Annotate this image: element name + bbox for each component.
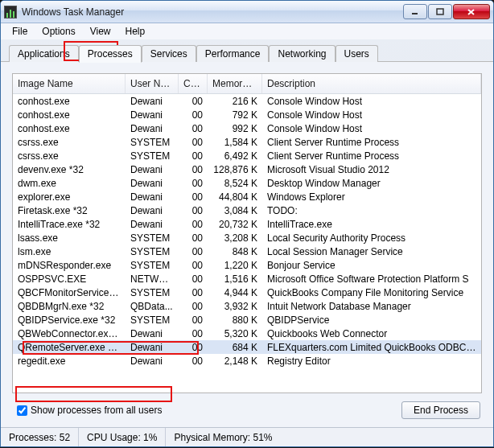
- cell-user: SYSTEM: [126, 136, 179, 149]
- col-user-name[interactable]: User Name: [126, 74, 179, 93]
- cell-mem: 44,804 K: [208, 191, 262, 203]
- table-row[interactable]: csrss.exeSYSTEM001,584 KClient Server Ru…: [13, 135, 481, 149]
- table-row[interactable]: regedit.exeDewani002,148 KRegistry Edito…: [13, 354, 481, 368]
- cell-image: QBIDPService.exe *32: [13, 314, 126, 327]
- close-button[interactable]: [453, 4, 490, 19]
- cell-desc: QBIDPService: [262, 314, 481, 327]
- col-description[interactable]: Description: [262, 74, 481, 93]
- tab-services[interactable]: Services: [142, 45, 196, 62]
- cell-user: Dewani: [126, 109, 179, 121]
- table-row[interactable]: QBIDPService.exe *32SYSTEM00880 KQBIDPSe…: [13, 313, 481, 327]
- cell-mem: 6,492 K: [208, 150, 262, 162]
- table-row[interactable]: IntelliTrace.exe *32Dewani0020,732 KInte…: [13, 217, 481, 231]
- col-cpu[interactable]: CPU: [179, 74, 208, 93]
- cell-mem: 216 K: [208, 95, 262, 108]
- cell-user: SYSTEM: [126, 245, 179, 258]
- cell-mem: 992 K: [208, 122, 262, 135]
- cell-image: csrss.exe: [13, 136, 126, 149]
- show-all-users-checkbox[interactable]: Show processes from all users: [14, 403, 165, 417]
- table-row[interactable]: conhost.exeDewani00216 KConsole Window H…: [13, 94, 481, 108]
- menu-file[interactable]: File: [6, 24, 34, 39]
- show-all-users-label: Show processes from all users: [31, 405, 162, 416]
- cell-cpu: 00: [179, 109, 208, 121]
- cell-image: conhost.exe: [13, 109, 126, 121]
- cell-mem: 3,208 K: [208, 232, 262, 245]
- cell-desc: Console Window Host: [262, 95, 481, 108]
- cell-desc: TODO:: [262, 204, 481, 217]
- cell-mem: 880 K: [208, 314, 262, 327]
- table-row[interactable]: QBDBMgrN.exe *32QBData...003,932 KIntuit…: [13, 299, 481, 313]
- table-row[interactable]: QBWebConnector.exe...Dewani005,320 KQuic…: [13, 327, 481, 340]
- table-row[interactable]: lsass.exeSYSTEM003,208 KLocal Security A…: [13, 231, 481, 245]
- tab-networking[interactable]: Networking: [269, 45, 335, 62]
- cell-cpu: 00: [179, 150, 208, 162]
- cell-desc: Microsoft Office Software Protection Pla…: [262, 273, 481, 286]
- table-row[interactable]: csrss.exeSYSTEM006,492 KClient Server Ru…: [13, 149, 481, 162]
- table-row[interactable]: Firetask.exe *32Dewani003,084 KTODO:: [13, 203, 481, 217]
- cell-desc: Local Session Manager Service: [262, 245, 481, 258]
- table-row[interactable]: conhost.exeDewani00792 KConsole Window H…: [13, 108, 481, 121]
- table-row[interactable]: devenv.exe *32Dewani00128,876 KMicrosoft…: [13, 162, 481, 176]
- cell-cpu: 00: [179, 273, 208, 286]
- menu-options[interactable]: Options: [35, 24, 81, 39]
- cell-desc: Microsoft Visual Studio 2012: [262, 163, 481, 176]
- menu-help[interactable]: Help: [119, 24, 152, 39]
- cell-user: Dewani: [126, 163, 179, 176]
- maximize-button[interactable]: [428, 4, 452, 19]
- cell-image: conhost.exe: [13, 95, 126, 108]
- tab-applications[interactable]: Applications: [9, 45, 79, 62]
- status-cpu: CPU Usage: 1%: [79, 428, 166, 446]
- menu-view[interactable]: View: [84, 24, 117, 39]
- tab-performance[interactable]: Performance: [196, 45, 270, 62]
- table-row[interactable]: dwm.exeDewani008,524 KDesktop Window Man…: [13, 176, 481, 190]
- cell-user: Dewani: [126, 204, 179, 217]
- process-list[interactable]: Image Name User Name CPU Memory (... Des…: [12, 73, 482, 393]
- table-row[interactable]: explorer.exeDewani0044,804 KWindows Expl…: [13, 190, 481, 203]
- cell-desc: QuickBooks Company File Monitoring Servi…: [262, 286, 481, 299]
- cell-cpu: 00: [179, 355, 208, 368]
- table-row[interactable]: conhost.exeDewani00992 KConsole Window H…: [13, 121, 481, 135]
- table-row[interactable]: OSPPSVC.EXENETWO...001,516 KMicrosoft Of…: [13, 272, 481, 286]
- cell-image: Firetask.exe *32: [13, 204, 126, 217]
- col-memory[interactable]: Memory (...: [208, 74, 262, 93]
- show-all-users-input[interactable]: [17, 405, 27, 416]
- cell-user: Dewani: [126, 341, 179, 354]
- bottom-row: Show processes from all users End Proces…: [12, 393, 482, 421]
- table-row[interactable]: mDNSResponder.exeSYSTEM001,220 KBonjour …: [13, 258, 481, 272]
- cell-image: lsass.exe: [13, 232, 126, 245]
- minimize-button[interactable]: [403, 4, 427, 19]
- col-image-name[interactable]: Image Name: [13, 74, 126, 93]
- status-processes: Processes: 52: [1, 428, 79, 446]
- cell-image: dwm.exe: [13, 177, 126, 190]
- tab-processes[interactable]: Processes: [79, 45, 142, 63]
- cell-image: conhost.exe: [13, 122, 126, 135]
- table-row[interactable]: QRemoteServer.exe *32Dewani00684 KFLEXqu…: [13, 340, 481, 354]
- cell-mem: 128,876 K: [208, 163, 262, 176]
- cell-desc: IntelliTrace.exe: [262, 218, 481, 231]
- cell-cpu: 00: [179, 300, 208, 313]
- cell-image: QBDBMgrN.exe *32: [13, 300, 126, 313]
- cell-desc: Windows Explorer: [262, 191, 481, 203]
- cell-cpu: 00: [179, 286, 208, 299]
- cell-cpu: 00: [179, 122, 208, 135]
- cell-desc: Desktop Window Manager: [262, 177, 481, 190]
- titlebar[interactable]: Windows Task Manager: [1, 1, 493, 23]
- end-process-button[interactable]: End Process: [401, 401, 480, 419]
- menubar: File Options View Help: [1, 23, 493, 39]
- content-area: Image Name User Name CPU Memory (... Des…: [1, 62, 493, 427]
- table-row[interactable]: QBCFMonitorService.e...SYSTEM004,944 KQu…: [13, 286, 481, 299]
- tab-users[interactable]: Users: [336, 45, 378, 62]
- cell-image: lsm.exe: [13, 245, 126, 258]
- cell-cpu: 00: [179, 341, 208, 354]
- cell-desc: FLEXquarters.com Limited QuickBooks ODBC…: [262, 341, 481, 354]
- cell-mem: 2,148 K: [208, 355, 262, 368]
- cell-cpu: 00: [179, 314, 208, 327]
- cell-desc: Intuit Network Database Manager: [262, 300, 481, 313]
- cell-mem: 684 K: [208, 341, 262, 354]
- list-body[interactable]: conhost.exeDewani00216 KConsole Window H…: [13, 94, 481, 393]
- cell-desc: Quickbooks Web Connector: [262, 327, 481, 340]
- cell-cpu: 00: [179, 259, 208, 272]
- table-row[interactable]: lsm.exeSYSTEM00848 KLocal Session Manage…: [13, 245, 481, 258]
- cell-desc: Local Security Authority Process: [262, 232, 481, 245]
- cell-cpu: 00: [179, 232, 208, 245]
